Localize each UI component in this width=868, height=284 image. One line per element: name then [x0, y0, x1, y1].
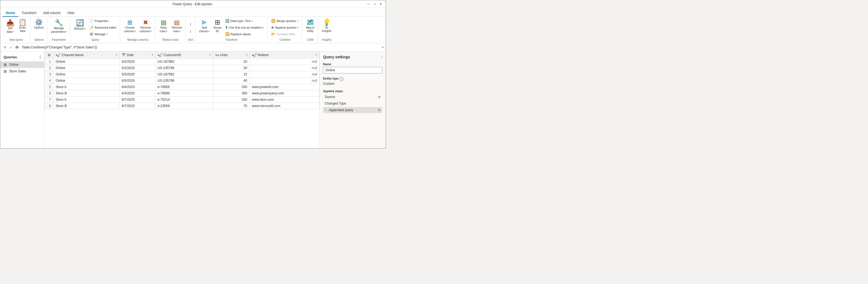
table-row: 1 Online 6/2/2020 US-187982 20 null: [45, 58, 319, 65]
formula-expand-button[interactable]: ▾: [382, 46, 383, 49]
maximize-button[interactable]: □: [372, 1, 377, 7]
minimize-button[interactable]: —: [366, 1, 371, 7]
step-appended-query-label: Appended query: [329, 108, 353, 112]
options-label: Options: [33, 38, 45, 42]
sort-ascending-button[interactable]: ↑: [188, 22, 193, 28]
col-header-referer[interactable]: ABC Referer ▾: [249, 52, 319, 59]
replace-values-button[interactable]: 🔁 Replace values: [223, 31, 266, 37]
queries-title: Queries: [4, 55, 17, 59]
table-row: 3 Online 6/5/2020 US-187982 15 null: [45, 71, 319, 77]
filter-date-icon[interactable]: ▾: [152, 54, 153, 56]
tab-add-column[interactable]: Add column: [40, 9, 64, 17]
ribbon-group-reduce-rows: ▤ Keep rows ▾ ▤ Remove rows ▾ Reduce: [156, 18, 186, 42]
properties-button[interactable]: 📄 Properties: [88, 18, 118, 24]
split-column-button[interactable]: ⫸ Split column ▾: [197, 18, 211, 33]
refresh-button[interactable]: 🔄 Refresh ▾: [72, 18, 87, 31]
formula-input[interactable]: [22, 45, 380, 49]
entity-type-info-icon[interactable]: i: [340, 77, 343, 81]
cell-units: 70: [213, 103, 249, 109]
collapse-sidebar-button[interactable]: ⟨: [39, 55, 41, 59]
row-num: 6: [45, 90, 54, 96]
name-value[interactable]: Online: [323, 67, 382, 73]
cell-date: 6/2/2020: [119, 65, 155, 71]
table-icon-online: ⊞: [4, 63, 7, 67]
row-num: 7: [45, 96, 54, 103]
append-queries-button[interactable]: ⊕ Append queries ▾: [270, 25, 300, 31]
col-header-channel-name[interactable]: ABC Channel Name ▾: [54, 52, 120, 59]
ai-insights-button[interactable]: 💡 AIinsights: [320, 18, 333, 34]
use-first-row-button[interactable]: ⬆ Use first row as headers ▾: [223, 25, 266, 31]
step-appended-query[interactable]: ✕ Appended query ⚙: [323, 107, 382, 113]
table-row: 8 Store B 6/7/2020 e-23658 70 www.micros…: [45, 103, 319, 109]
row-num: 4: [45, 77, 54, 84]
manage-columns-label: Manage columns: [122, 38, 154, 42]
ribbon-group-query: 🔄 Refresh ▾ 📄 Properties 📝 Advanced edit…: [71, 18, 120, 42]
query-item-online[interactable]: ⊞ Online: [0, 61, 44, 68]
advanced-editor-button[interactable]: 📝 Advanced editor: [88, 25, 118, 31]
ribbon-group-options: ⚙️ Options Options: [31, 18, 47, 42]
step-changed-type[interactable]: Changed Type: [323, 101, 382, 106]
ribbon-tabs: Home Transform Add column View: [0, 8, 385, 17]
query-label-online: Online: [9, 63, 19, 67]
get-data-button[interactable]: 📥 Get data ▾: [4, 18, 16, 34]
step-source-settings-icon[interactable]: ⚙: [378, 95, 381, 99]
cell-customerid: e-23658: [155, 103, 213, 109]
enter-data-button[interactable]: 📋 Enterdata: [17, 18, 28, 34]
map-to-entity-button[interactable]: 🗺️ Map toentity: [304, 18, 316, 34]
query-settings-panel: Query settings › Name Online Entity type…: [319, 51, 385, 148]
cell-customerid: e-75214: [155, 96, 213, 103]
tab-transform[interactable]: Transform: [18, 9, 40, 17]
queries-sidebar: Queries ⟨ ⊞ Online ⊞ Store Sales: [0, 51, 44, 148]
data-type-button[interactable]: 🔤 Data type: Text ▾: [223, 18, 266, 24]
filter-channel-icon[interactable]: ▾: [116, 54, 117, 56]
step-delete-icon[interactable]: ✕: [325, 108, 327, 112]
formula-confirm-icon[interactable]: ✓: [8, 45, 13, 50]
cdm-label: CDM: [304, 38, 316, 42]
col-header-customerid[interactable]: ABC CustomerID ▾: [155, 52, 213, 59]
tab-home[interactable]: Home: [2, 9, 18, 17]
formula-cancel-icon[interactable]: ✕: [2, 45, 7, 50]
row-num: 2: [45, 65, 54, 71]
settings-expand-button[interactable]: ›: [381, 55, 382, 59]
tab-view[interactable]: View: [64, 9, 78, 17]
row-num: 3: [45, 71, 54, 77]
close-button[interactable]: ✕: [378, 1, 383, 7]
keep-rows-button[interactable]: ▤ Keep rows ▾: [157, 18, 169, 33]
group-by-button[interactable]: ⊞ Groupby: [212, 18, 223, 34]
filter-customerid-icon[interactable]: ▾: [210, 54, 211, 56]
cell-date: 6/5/2020: [119, 77, 155, 84]
ribbon-group-combine: 🔀 Merge queries ▾ ⊕ Append queries ▾ 📂 C…: [268, 18, 302, 42]
step-source-label: Source: [325, 95, 335, 99]
cell-channel-name: Store A: [54, 84, 120, 90]
sort-descending-button[interactable]: ↓: [188, 28, 193, 34]
data-grid: ⊞ ABC Channel Name ▾ 📅 Date: [44, 51, 319, 109]
merge-queries-button[interactable]: 🔀 Merge queries ▾: [270, 18, 300, 24]
step-changed-type-label: Changed Type: [325, 102, 346, 105]
manage-button[interactable]: ⚙️ Manage ▾: [88, 31, 118, 37]
remove-rows-button[interactable]: ▤ Remove rows ▾: [170, 18, 184, 33]
cell-channel-name: Online: [54, 65, 120, 71]
combine-files-button[interactable]: 📂 Combine files: [270, 31, 300, 37]
query-item-store-sales[interactable]: ⊞ Store Sales: [0, 68, 44, 75]
step-source[interactable]: Source ⚙: [323, 94, 382, 100]
cell-date: 6/7/2020: [119, 103, 155, 109]
choose-columns-button[interactable]: ⊞ Choose columns ▾: [122, 18, 137, 33]
filter-units-icon[interactable]: ▾: [246, 54, 247, 56]
ribbon-group-manage-columns: ⊞ Choose columns ▾ ✖ Remove columns ▾: [121, 18, 155, 42]
col-type-referer: ABC: [252, 53, 257, 57]
step-appended-settings-icon[interactable]: ⚙: [378, 108, 381, 112]
table-row: 7 Store A 6/7/2020 e-75214 100 www.xbox.…: [45, 96, 319, 103]
title-bar: Power Query - Edit queries — □ ✕: [0, 0, 385, 8]
col-type-customerid: ABC: [158, 53, 162, 57]
col-type-units: 1₂₃: [215, 54, 219, 57]
col-header-date[interactable]: 📅 Date ▾: [119, 52, 155, 59]
manage-params-button[interactable]: 🔧 Manage parameters ▾: [49, 18, 68, 34]
filter-referer-icon[interactable]: ▾: [316, 54, 317, 56]
cell-date: 6/2/2020: [119, 58, 155, 65]
col-header-units[interactable]: 1₂₃ Units ▾: [213, 52, 249, 59]
cell-channel-name: Store B: [54, 103, 120, 109]
options-button[interactable]: ⚙️ Options: [33, 18, 45, 31]
remove-columns-button[interactable]: ✖ Remove columns ▾: [138, 18, 153, 33]
reduce-rows-label: Reduce rows: [157, 38, 184, 42]
ribbon-toolbar: 📥 Get data ▾ 📋 Enterdata New query ⚙️ Op…: [0, 17, 385, 43]
